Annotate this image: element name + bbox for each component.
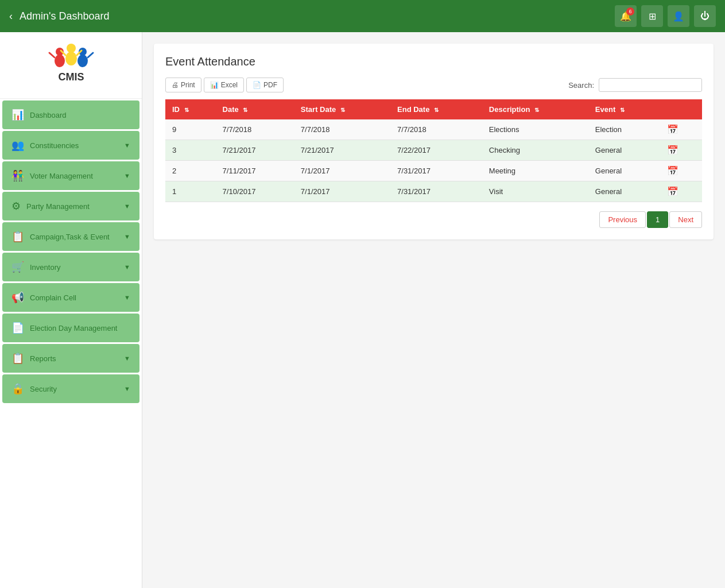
sidebar-item-dashboard[interactable]: 📊 Dashboard [2, 100, 139, 129]
sidebar-item-election-day[interactable]: 📄 Election Day Management [2, 314, 139, 342]
col-date[interactable]: Date ⇅ [216, 99, 294, 119]
cell-event: Election [588, 119, 660, 140]
svg-point-1 [67, 44, 76, 53]
calendar-icon[interactable]: 📅 [667, 187, 679, 196]
table-header-row: ID ⇅ Date ⇅ Start Date ⇅ End Date ⇅ Desc… [165, 99, 702, 119]
cell-end-date: 7/7/2018 [390, 119, 482, 140]
col-description[interactable]: Description ⇅ [482, 99, 588, 119]
table-body: 9 7/7/2018 7/7/2018 7/7/2018 Elections E… [165, 119, 702, 202]
grid-button[interactable]: ⊞ [641, 5, 663, 27]
content-card: Event Attendance 🖨 Print 📊 Excel 📄 PDF S [154, 44, 714, 239]
calendar-icon[interactable]: 📅 [667, 166, 679, 176]
cell-start-date: 7/7/2018 [294, 119, 390, 140]
back-button[interactable]: ‹ [9, 10, 13, 22]
previous-button[interactable]: Previous [599, 211, 646, 228]
expand-arrow-icon: ▼ [124, 203, 130, 210]
expand-arrow-icon: ▼ [124, 294, 130, 301]
user-button[interactable]: 👤 [668, 5, 689, 27]
logout-button[interactable]: ⏻ [694, 5, 716, 27]
table-row: 1 7/10/2017 7/1/2017 7/31/2017 Visit Gen… [165, 181, 702, 202]
expand-arrow-icon: ▼ [124, 385, 130, 392]
pdf-icon: 📄 [253, 81, 261, 89]
logout-icon: ⏻ [700, 11, 710, 21]
cell-id: 1 [165, 181, 216, 202]
sidebar-item-party-management[interactable]: ⚙ Party Management ▼ [2, 192, 139, 220]
cell-date: 7/11/2017 [216, 161, 294, 181]
cell-date: 7/7/2018 [216, 119, 294, 140]
pdf-button[interactable]: 📄 PDF [246, 78, 284, 92]
sidebar-item-label: Security [30, 385, 118, 393]
cell-action: 📅 [660, 140, 702, 161]
cell-action: 📅 [660, 181, 702, 202]
cell-event: General [588, 140, 660, 161]
cell-description: Checking [482, 140, 588, 161]
sidebar-item-constituencies[interactable]: 👥 Constituencies ▼ [2, 131, 139, 160]
sidebar-item-label: Campaign,Task & Event [30, 233, 118, 241]
expand-arrow-icon: ▼ [124, 355, 130, 362]
excel-button[interactable]: 📊 Excel [204, 78, 244, 92]
cell-end-date: 7/22/2017 [390, 140, 482, 161]
search-container: Search: [568, 78, 702, 92]
cell-id: 3 [165, 140, 216, 161]
print-button[interactable]: 🖨 Print [165, 78, 201, 92]
table-row: 2 7/11/2017 7/1/2017 7/31/2017 Meeting G… [165, 161, 702, 181]
table-row: 3 7/21/2017 7/21/2017 7/22/2017 Checking… [165, 140, 702, 161]
cell-date: 7/21/2017 [216, 140, 294, 161]
svg-text:CMIS: CMIS [58, 71, 84, 83]
cell-description: Visit [482, 181, 588, 202]
page-1-button[interactable]: 1 [647, 211, 668, 228]
col-event[interactable]: Event ⇅ [588, 99, 660, 119]
sidebar-item-label: Party Management [26, 202, 118, 211]
cell-start-date: 7/1/2017 [294, 161, 390, 181]
svg-point-3 [55, 55, 65, 67]
sidebar: CMIS 📊 Dashboard 👥 Constituencies ▼ 👫 Vo… [0, 32, 142, 588]
excel-icon: 📊 [210, 81, 219, 89]
cmis-logo: CMIS [37, 41, 106, 87]
expand-arrow-icon: ▼ [124, 142, 130, 149]
sidebar-item-campaign-task-event[interactable]: 📋 Campaign,Task & Event ▼ [2, 222, 139, 251]
sidebar-item-label: Constituencies [30, 141, 118, 150]
sidebar-item-label: Election Day Management [30, 324, 130, 332]
col-action [660, 99, 702, 119]
svg-line-6 [49, 53, 55, 57]
next-button[interactable]: Next [669, 211, 702, 228]
top-header: ‹ Admin's Dashboard 🔔 6 ⊞ 👤 ⏻ [0, 0, 725, 32]
header-icons: 🔔 6 ⊞ 👤 ⏻ [615, 5, 716, 27]
notification-button[interactable]: 🔔 6 [615, 5, 637, 27]
cell-id: 9 [165, 119, 216, 140]
cell-action: 📅 [660, 119, 702, 140]
calendar-icon[interactable]: 📅 [667, 125, 679, 134]
cell-event: General [588, 181, 660, 202]
sidebar-item-reports[interactable]: 📋 Reports ▼ [2, 344, 139, 373]
col-end-date[interactable]: End Date ⇅ [390, 99, 482, 119]
search-input[interactable] [599, 78, 702, 92]
sidebar-item-inventory[interactable]: 🛒 Inventory ▼ [2, 253, 139, 281]
sidebar-item-label: Reports [30, 354, 118, 363]
dashboard-icon: 📊 [11, 109, 24, 121]
col-id[interactable]: ID ⇅ [165, 99, 216, 119]
col-start-date[interactable]: Start Date ⇅ [294, 99, 390, 119]
cell-end-date: 7/31/2017 [390, 181, 482, 202]
print-icon: 🖨 [172, 81, 179, 89]
sidebar-item-label: Dashboard [30, 111, 130, 119]
complain-cell-icon: 📢 [11, 291, 24, 304]
inventory-icon: 🛒 [11, 261, 24, 273]
notification-badge: 6 [626, 7, 634, 16]
main-content: Event Attendance 🖨 Print 📊 Excel 📄 PDF S [142, 32, 725, 588]
grid-icon: ⊞ [649, 11, 656, 22]
cell-date: 7/10/2017 [216, 181, 294, 202]
cell-event: General [588, 161, 660, 181]
expand-arrow-icon: ▼ [124, 233, 130, 240]
calendar-icon[interactable]: 📅 [667, 145, 679, 155]
svg-point-5 [77, 55, 88, 67]
expand-arrow-icon: ▼ [124, 172, 130, 179]
election-day-icon: 📄 [11, 322, 24, 334]
logo-area: CMIS [0, 32, 142, 99]
search-label: Search: [568, 81, 594, 90]
sidebar-item-voter-management[interactable]: 👫 Voter Management ▼ [2, 161, 139, 190]
sidebar-item-security[interactable]: 🔒 Security ▼ [2, 374, 139, 403]
sidebar-item-complain-cell[interactable]: 📢 Complain Cell ▼ [2, 283, 139, 312]
header-title: Admin's Dashboard [20, 10, 615, 22]
cell-description: Elections [482, 119, 588, 140]
table-row: 9 7/7/2018 7/7/2018 7/7/2018 Elections E… [165, 119, 702, 140]
